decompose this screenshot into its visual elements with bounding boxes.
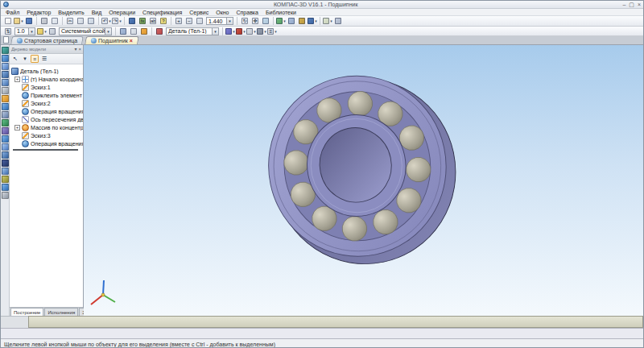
menu-item-view[interactable]: Вид	[92, 10, 102, 15]
edit-part-panel-icon[interactable]	[2, 47, 9, 54]
local-cs-button[interactable]	[118, 27, 128, 35]
hide-objects-button[interactable]: ▾	[246, 27, 256, 35]
variables-window-button[interactable]	[127, 17, 137, 26]
constraints-panel-icon[interactable]	[2, 143, 9, 151]
space-curves-panel-icon[interactable]	[2, 55, 9, 62]
tree-item-0[interactable]: Деталь (Тел-1)	[11, 67, 83, 75]
close-button[interactable]: ×	[638, 1, 641, 8]
print-button[interactable]	[39, 17, 49, 26]
tree-item-5[interactable]: Операция вращения:1	[11, 107, 83, 115]
chevron-down-icon[interactable]: ▾	[28, 28, 35, 35]
layers-manager-button[interactable]	[47, 27, 57, 35]
layer-combo[interactable]: Системный слой (0)▾	[59, 27, 112, 35]
diagnostics-panel-icon[interactable]	[2, 151, 9, 159]
paste-button[interactable]	[86, 17, 96, 26]
spellcheck-button[interactable]: ab	[148, 17, 158, 26]
fx-button[interactable]: fx	[138, 17, 147, 26]
tree-structure-tool[interactable]: ≡	[31, 55, 39, 63]
print-preview-button[interactable]	[50, 17, 60, 26]
refresh-image-button[interactable]: ↻	[240, 17, 250, 26]
design-elements-panel-icon[interactable]	[2, 119, 9, 126]
kompas-apps-panel-icon[interactable]	[2, 176, 9, 183]
selection-panel-icon[interactable]	[2, 184, 9, 191]
menu-item-operations[interactable]: Операции	[109, 10, 135, 15]
tree-item-9[interactable]: Операция вращения:2	[11, 139, 83, 147]
new-button[interactable]	[3, 17, 13, 26]
sketch-mode-button[interactable]	[139, 27, 149, 35]
close-panel-icon[interactable]: ×	[78, 45, 81, 53]
measure-panel-icon[interactable]	[2, 87, 9, 94]
target-part-combo[interactable]: Деталь (Тел-1)▾	[166, 27, 219, 35]
rotate-view-button[interactable]	[261, 17, 270, 26]
expand-plus-icon[interactable]: +	[14, 77, 20, 82]
dimensions-panel-icon[interactable]	[2, 160, 9, 167]
object-properties-button[interactable]: ▾	[257, 27, 266, 35]
tree-item-8[interactable]: Эскиз:3	[11, 131, 83, 139]
zoom-in-button[interactable]: +	[174, 17, 184, 26]
edit-part-button[interactable]	[129, 27, 138, 35]
bearing-model[interactable]	[261, 66, 462, 269]
line-style-button[interactable]: ⇅	[3, 27, 13, 35]
surfaces-panel-icon[interactable]	[2, 63, 9, 70]
menu-item-help[interactable]: Справка	[237, 10, 258, 15]
zoom-area-button[interactable]	[195, 17, 204, 26]
tree-item-7[interactable]: +Массив по концентрическ	[11, 123, 83, 131]
tree-select-tool[interactable]: ↖	[11, 55, 19, 63]
display-shaded-button[interactable]	[297, 17, 307, 26]
macro-panel-icon[interactable]	[2, 192, 9, 199]
tree-item-6[interactable]: Ось пересечения двух пл	[11, 115, 83, 123]
undo-button[interactable]: ↶▾	[101, 17, 111, 26]
restore-button[interactable]: ▢	[629, 1, 634, 8]
mp-params-button[interactable]: ≡▾	[267, 27, 277, 35]
redo-button[interactable]: ↷▾	[112, 17, 122, 26]
components-panel-icon[interactable]	[2, 135, 9, 143]
copy-button[interactable]	[76, 17, 85, 26]
tree-item-1[interactable]: +(т) Начало координат	[11, 75, 83, 83]
minimize-button[interactable]: –	[622, 1, 625, 8]
notation-panel-icon[interactable]	[2, 168, 9, 175]
expand-plus-icon[interactable]: +	[14, 125, 20, 130]
orientation-button[interactable]: ▾	[276, 17, 286, 26]
chevron-down-icon[interactable]: ▾	[212, 28, 218, 35]
cut-button[interactable]: ✂	[65, 17, 75, 26]
tree-dropdown-tool[interactable]: ▾	[21, 55, 29, 63]
tab-start-page[interactable]: Стартовая страница	[10, 36, 84, 44]
close-tab-icon[interactable]: ×	[130, 38, 133, 44]
tree-item-4[interactable]: Эскиз:2	[11, 99, 83, 107]
arrays-panel-icon[interactable]	[2, 71, 9, 78]
line-width-combo[interactable]: 1.0▾	[14, 27, 35, 35]
property-bar[interactable]	[28, 316, 643, 328]
display-wireframe-button[interactable]	[287, 17, 296, 26]
menu-item-specification[interactable]: Спецификация	[142, 10, 182, 15]
model-color-button[interactable]: ▾	[225, 27, 235, 35]
3d-viewport[interactable]	[84, 45, 643, 316]
what-is-this-help-button[interactable]: ?	[159, 17, 168, 26]
tree-composition-tool[interactable]: ☰	[40, 55, 48, 63]
menu-item-window[interactable]: Окно	[216, 10, 229, 15]
menu-item-libraries[interactable]: Библиотеки	[266, 10, 296, 15]
menu-item-file[interactable]: Файл	[6, 10, 19, 15]
edit-sketch-button[interactable]: ▾	[236, 27, 246, 35]
snap-modes-button[interactable]: ▾	[37, 27, 47, 35]
menu-item-select[interactable]: Выделить	[58, 10, 84, 15]
pen-button[interactable]	[155, 27, 164, 35]
display-shaded-edges-button[interactable]: ▾	[308, 17, 317, 26]
zoom-combo[interactable]: 1.440▾	[206, 17, 233, 25]
spec-panel-icon[interactable]	[2, 103, 9, 110]
menu-item-service[interactable]: Сервис	[189, 10, 208, 15]
tree-item-3[interactable]: Приклеить элемент вращ	[11, 91, 83, 99]
save-button[interactable]	[24, 17, 34, 26]
filters-panel-icon[interactable]	[2, 95, 9, 102]
pin-icon[interactable]: ▾	[74, 45, 76, 53]
zoom-out-button[interactable]: −	[184, 17, 194, 26]
chevron-down-icon[interactable]: ▾	[105, 28, 111, 35]
reports-panel-icon[interactable]	[2, 111, 9, 118]
simplifications-button[interactable]	[333, 17, 343, 26]
tree-tab-versions[interactable]: Исполнения	[44, 308, 78, 316]
aux-geometry-panel-icon[interactable]	[2, 79, 9, 86]
menu-item-edit[interactable]: Редактор	[27, 10, 51, 15]
tree-tab-construction[interactable]: Построение	[10, 308, 43, 316]
sheet-metal-panel-icon[interactable]	[2, 127, 9, 135]
open-button[interactable]: ▾	[14, 17, 23, 26]
tab-bearing-document[interactable]: Подшипник×	[85, 36, 139, 44]
